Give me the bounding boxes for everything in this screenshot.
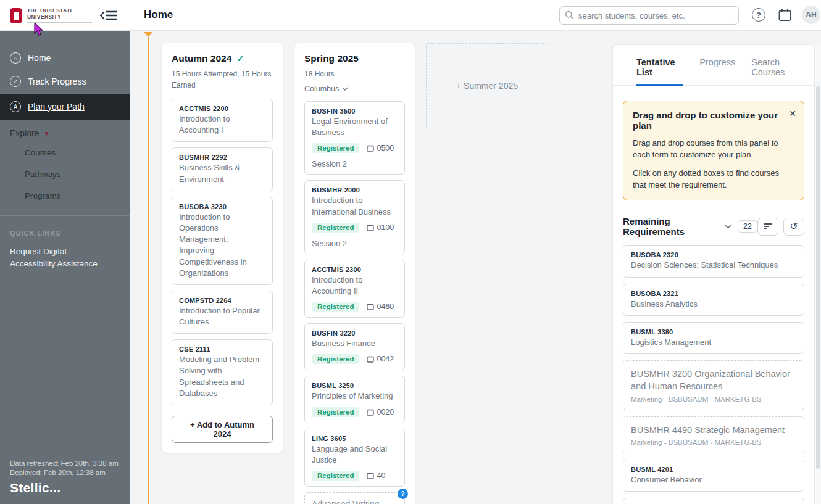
course-title: Introduction to Accounting II (312, 275, 398, 297)
add-term-label: + Summer 2025 (456, 81, 518, 91)
quick-links-heading: QUICK LINKS (0, 216, 130, 237)
course-title: Business Skills & Environment (179, 162, 265, 184)
campus-label: Columbus (304, 85, 339, 93)
session-label: Session 2 (312, 239, 398, 248)
calendar-icon (778, 8, 792, 22)
quick-link-accessibility[interactable]: Request Digital Accessibility Assistance (0, 237, 120, 270)
requirement-placeholder-card[interactable]: Advanced Writing Literacy Marketing - BS… (304, 492, 405, 504)
requirement-card[interactable]: BUSML 3380Logistics Management (623, 322, 804, 354)
course-code: BUSFIN 3220 (312, 329, 398, 337)
course-card[interactable]: BUSML 3250Principles of MarketingRegiste… (304, 376, 405, 423)
course-card[interactable]: CSE 2111Modeling and Problem Solving wit… (172, 339, 273, 405)
sidebar-item-label: Home (28, 53, 51, 63)
calendar-button[interactable] (776, 6, 793, 23)
drag-drop-notice: Drag and drop to customize your plan ✕ D… (623, 101, 804, 200)
right-panel: Tentative ListProgressSearch Courses Dra… (612, 44, 815, 504)
section-number-text: 0020 (377, 408, 394, 416)
sidebar-nav: ⌂Home✓Track ProgressAPlan your Path (0, 31, 130, 120)
sidebar-item-courses[interactable]: Courses (0, 142, 130, 163)
course-title: Legal Environment of Business (312, 116, 398, 138)
sidebar-collapse-icon[interactable] (99, 8, 119, 23)
top-bar: The Ohio State University Home ? AH (0, 0, 821, 31)
section-number-text: 0460 (377, 302, 394, 311)
section-number-text: 0042 (377, 355, 394, 363)
course-badge-row: Registered40 (312, 471, 398, 481)
help-button[interactable]: ? (750, 6, 767, 23)
course-card[interactable]: BUSFIN 3220Business FinanceRegistered004… (304, 323, 405, 370)
term-complete-check-icon: ✓ (236, 53, 244, 64)
course-card[interactable]: ACCTMIS 2200Introduction to Accounting I (172, 99, 273, 142)
course-title: Consumer Behavior (631, 474, 796, 485)
timeline-now-line (148, 37, 149, 504)
course-card[interactable]: BUSFIN 3500Legal Environment of Business… (304, 101, 405, 175)
term-name: Spring 2025 (304, 53, 359, 64)
section-number: 0100 (367, 223, 394, 232)
requirement-title: BUSMHR 3200 Organizational Behavior and … (631, 368, 796, 393)
course-badge-row: Registered0460 (312, 302, 398, 312)
sidebar-item-programs[interactable]: Programs (0, 185, 130, 207)
course-title: Business Finance (312, 338, 398, 349)
requirement-program: Marketing - BSBUSADM - MARKETG-BS (631, 395, 796, 403)
term-hours-summary: 18 Hours (304, 68, 405, 80)
requirement-card[interactable]: BUSML 4201Consumer Behavior (623, 460, 804, 492)
chevron-down-icon[interactable] (725, 225, 731, 229)
requirement-card[interactable]: BUSOBA 2321Business Analytics (623, 284, 804, 316)
course-card[interactable]: ACCTMIS 2300Introduction to Accounting I… (304, 260, 405, 318)
course-title: Logistics Management (631, 337, 796, 348)
close-icon[interactable]: ✕ (789, 109, 796, 118)
requirement-card[interactable]: BUSOBA 2320Decision Sciences: Statistica… (623, 245, 804, 277)
course-card[interactable]: BUSMHR 2292Business Skills & Environment (172, 147, 273, 191)
course-code: BUSMHR 2000 (312, 186, 398, 194)
course-card[interactable]: LING 3605Language and Social JusticeRegi… (304, 429, 405, 487)
remaining-requirements-title: Remaining Requirements (623, 216, 721, 237)
sidebar-item-home[interactable]: ⌂Home (0, 47, 130, 69)
global-search (559, 6, 739, 25)
deployed-text: Deployed: Feb 20th, 12:38 am (10, 469, 119, 476)
registered-badge: Registered (312, 223, 359, 233)
course-code: BUSOBA 3230 (179, 203, 265, 210)
chevron-down-icon: ▼ (43, 130, 49, 137)
course-code: BUSML 4201 (631, 466, 796, 473)
notice-paragraph: Drag and drop courses from this panel to… (633, 138, 794, 161)
sidebar-item-plan-your-path[interactable]: APlan your Path (0, 94, 130, 120)
course-badge-row: Registered0500 (312, 143, 398, 153)
tab-tentative-list[interactable]: Tentative List (636, 57, 683, 86)
sidebar-item-track-progress[interactable]: ✓Track Progress (0, 70, 130, 93)
panel-tabs: Tentative ListProgressSearch Courses (613, 45, 814, 86)
course-title: Modeling and Problem Solving with Spread… (179, 354, 265, 399)
sidebar-item-pathways[interactable]: Pathways (0, 163, 130, 185)
registered-badge: Registered (312, 407, 359, 417)
section-number: 0020 (367, 408, 394, 416)
sidebar-item-label: Track Progress (28, 76, 86, 86)
remaining-count-badge: 22 (738, 220, 757, 233)
notice-title: Drag and drop to customize your plan (633, 110, 794, 131)
refresh-button[interactable]: ↺ (783, 218, 804, 236)
requirement-card[interactable]: BUSMHR 3200 Organizational Behavior and … (623, 360, 804, 410)
sort-filter-button[interactable] (757, 218, 778, 236)
calendar-icon (367, 144, 374, 152)
page-title: Home (144, 9, 173, 21)
osu-block-o-icon (10, 8, 22, 23)
sidebar-explore-toggle[interactable]: Explore ▼ (0, 121, 130, 142)
calendar-icon (367, 224, 374, 231)
add-summer-term-box[interactable]: + Summer 2025 (426, 43, 548, 128)
tab-search-courses[interactable]: Search Courses (751, 57, 804, 85)
tab-progress[interactable]: Progress (699, 57, 735, 85)
help-bubble-icon[interactable]: ? (398, 489, 408, 499)
course-code: BUSOBA 2320 (631, 251, 796, 258)
calendar-icon (367, 408, 374, 416)
course-card[interactable]: BUSMHR 2000Introduction to International… (304, 180, 405, 254)
course-card[interactable]: COMPSTD 2264Introduction to Popular Cult… (172, 291, 273, 334)
add-to-autumn-button[interactable]: + Add to Autumn 2024 (172, 416, 273, 443)
requirement-title: Advanced Writing Literacy (312, 498, 398, 504)
search-input[interactable] (559, 6, 739, 25)
track-progress-icon: ✓ (10, 76, 21, 87)
campus-selector[interactable]: Columbus (304, 85, 405, 93)
course-card[interactable]: BUSOBA 3230Introduction to Operations Ma… (172, 197, 273, 285)
data-refreshed-text: Data refreshed: Feb 20th, 3:38 am (10, 460, 119, 467)
refresh-icon: ↺ (790, 221, 798, 231)
requirement-card[interactable]: BUSML 4202Marketing Research (623, 498, 804, 504)
panel-scrollbar-thumb[interactable] (816, 86, 820, 469)
avatar[interactable]: AH (802, 6, 820, 24)
requirement-card[interactable]: BUSMHR 4490 Strategic ManagementMarketin… (623, 416, 804, 453)
